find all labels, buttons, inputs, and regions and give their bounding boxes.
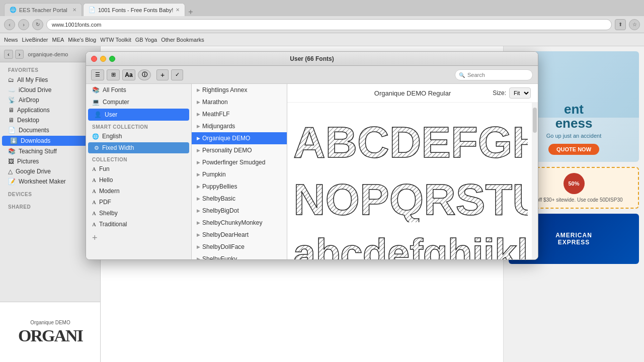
font-book-titlebar: User (66 Fonts)	[86, 52, 538, 66]
collection-item-shelby[interactable]: A Shelby	[86, 208, 191, 219]
browser-chrome: 🌐 EES Teacher Portal ✕ 📄 1001 Fonts - Fr…	[0, 0, 644, 46]
add-font-btn[interactable]: +	[156, 69, 169, 80]
font-book-window: User (66 Fonts) ☰ ⊞ Aa ⓘ + ✓ 🔍 📚 All Fon…	[86, 51, 538, 260]
browser-tab-2[interactable]: 📄 1001 Fonts - Free Fonts Baby! ✕	[83, 3, 185, 16]
font-item-midjungards[interactable]: ▶ Midjungards	[192, 120, 287, 132]
collection-pdf-icon: A	[92, 199, 96, 205]
arrow-puppybellies: ▶	[197, 184, 200, 189]
finder-back[interactable]: ‹	[4, 50, 13, 59]
bookmark-wtw-toolkit[interactable]: WTW Toolkit	[100, 37, 131, 43]
tab2-icon: 📄	[89, 7, 96, 13]
airdrop-icon: 📡	[8, 97, 16, 104]
tab1-close[interactable]: ✕	[72, 7, 76, 13]
scroll-thumb[interactable]	[533, 108, 537, 133]
pictures-icon: 🖼	[8, 158, 14, 165]
smart-item-fixed-width[interactable]: ⚙ Fixed Width	[88, 142, 189, 153]
bookmark-other[interactable]: Other Bookmarks	[161, 37, 204, 43]
collection-hello-icon: A	[92, 177, 96, 183]
computer-item[interactable]: 💻 Computer	[86, 96, 191, 108]
svg-text:NOPQRSTUVWXYZ: NOPQRSTUVWXYZ	[293, 174, 528, 222]
finder-preview-area: Organique DEMO ORGANI	[0, 302, 101, 362]
ad-subtext: Go up just an accident	[546, 133, 601, 139]
forward-button[interactable]: ›	[18, 19, 29, 30]
view-list-btn[interactable]: ☰	[91, 69, 104, 80]
add-collection-btn[interactable]: +	[86, 230, 191, 246]
font-item-shelbydollface[interactable]: ▶ ShelbyDollFace	[192, 241, 287, 253]
tab2-label: 1001 Fonts - Free Fonts Baby!	[98, 7, 173, 13]
bookmarks-bar: News LiveBinder MEA Mike's Blog WTW Tool…	[0, 33, 644, 46]
svg-text:ABCDEFGHIJKLM: ABCDEFGHIJKLM	[293, 117, 528, 165]
font-item-shelbychunky[interactable]: ▶ ShelbyChunkyMonkey	[192, 217, 287, 229]
finder-forward[interactable]: ›	[15, 50, 24, 59]
arrow-shelbydollface: ▶	[197, 244, 200, 249]
preview-scrollbar[interactable]	[532, 102, 538, 260]
font-preview-panel: Organique DEMO Regular Size: Fit 24 36 4…	[287, 84, 538, 260]
maximize-button[interactable]	[109, 56, 115, 62]
collection-item-traditional[interactable]: A Traditional	[86, 219, 191, 230]
arrow-marathon: ▶	[197, 100, 200, 105]
font-book-search-input[interactable]	[455, 69, 533, 80]
validate-font-btn[interactable]: ✓	[171, 69, 183, 80]
refresh-button[interactable]: ↻	[32, 19, 43, 30]
collection-item-pdf[interactable]: A PDF	[86, 197, 191, 208]
window-title: User (66 Fonts)	[290, 55, 334, 62]
fifty-badge: 50%	[564, 173, 585, 194]
font-item-shelbybasic[interactable]: ▶ ShelbyBasic	[192, 193, 287, 205]
close-button[interactable]	[91, 56, 97, 62]
preview-svg-row2: NOPQRSTUVWXYZ	[291, 167, 528, 222]
address-bar[interactable]: www.1001fonts.com	[46, 19, 612, 30]
tab1-label: EES Teacher Portal	[19, 7, 70, 13]
quote-now-button[interactable]: QUOTE NOW	[548, 144, 599, 155]
font-panel-btn[interactable]: Aa	[122, 69, 135, 80]
finder-preview-label: Organique DEMO	[30, 320, 70, 325]
collection-item-modern[interactable]: A Modern	[86, 186, 191, 197]
collection-traditional-icon: A	[92, 221, 96, 227]
browser-tab-1[interactable]: 🌐 EES Teacher Portal ✕	[4, 3, 82, 16]
info-btn[interactable]: ⓘ	[138, 69, 151, 80]
font-item-personality[interactable]: ▶ Personality DEMO	[192, 144, 287, 156]
new-tab-button[interactable]: +	[188, 8, 193, 16]
font-item-shelbydearheart[interactable]: ▶ ShelbyDearHeart	[192, 229, 287, 241]
user-item[interactable]: 👤 User	[88, 109, 189, 121]
sidebar-item-downloads[interactable]: ⬇️ Downloads	[2, 136, 98, 146]
arrow-shelbydearheart: ▶	[197, 232, 200, 237]
font-item-shelbybigdot[interactable]: ▶ ShelbyBigDot	[192, 205, 287, 217]
font-book-toolbar: ☰ ⊞ Aa ⓘ + ✓ 🔍	[86, 66, 538, 84]
font-item-marathon[interactable]: ▶ Marathon	[192, 96, 287, 108]
minimize-button[interactable]	[100, 56, 106, 62]
bookmark-mikes-blog[interactable]: Mike's Blog	[68, 37, 96, 43]
collection-item-hello[interactable]: A Hello	[86, 174, 191, 186]
collection-fun-icon: A	[92, 166, 96, 172]
font-item-rightlings[interactable]: ▶ Rightlings Annex	[192, 84, 287, 96]
bookmark-livebinder[interactable]: LiveBinder	[22, 37, 48, 43]
worksheet-maker-icon: 📝	[8, 178, 16, 185]
font-item-meathflf[interactable]: ▶ MeathFLF	[192, 108, 287, 120]
font-item-organique[interactable]: ▶ Organique DEMO	[192, 132, 287, 144]
back-button[interactable]: ‹	[4, 19, 15, 30]
size-select[interactable]: Fit 24 36 48 72	[509, 87, 531, 99]
font-item-shelbyfunky[interactable]: ▶ ShelbyFunky	[192, 253, 287, 260]
tab2-close[interactable]: ✕	[176, 7, 180, 13]
bookmark-news[interactable]: News	[4, 37, 18, 43]
english-icon: 🌐	[92, 133, 99, 140]
gear-icon: ⚙	[94, 145, 99, 151]
smart-item-english[interactable]: 🌐 English	[86, 131, 191, 142]
bookmark-mea[interactable]: MEA	[52, 37, 64, 43]
font-list-panel: ▶ Rightlings Annex ▶ Marathon ▶ MeathFLF…	[192, 84, 287, 260]
arrow-midjungards: ▶	[197, 124, 200, 129]
view-grid-btn[interactable]: ⊞	[107, 69, 120, 80]
preview-content-area: ABCDEFGHIJKLM NOPQRSTUVWXYZ	[287, 103, 538, 260]
font-item-powderfinger[interactable]: ▶ Powderfinger Smudged	[192, 156, 287, 168]
collection-header: Collection	[86, 154, 191, 163]
finder-folder-label: organique-demo	[28, 51, 68, 57]
share-button[interactable]: ⬆	[615, 19, 626, 30]
desktop-icon: 🖥	[8, 117, 14, 124]
font-item-puppybellies[interactable]: ▶ PuppyBellies	[192, 180, 287, 193]
arrow-shelbybasic: ▶	[197, 196, 200, 201]
all-fonts-item[interactable]: 📚 All Fonts	[86, 84, 191, 96]
bookmark-button[interactable]: ☆	[629, 19, 640, 30]
bookmark-gb-yoga[interactable]: GB Yoga	[135, 37, 157, 43]
collection-item-fun[interactable]: A Fun	[86, 163, 191, 174]
arrow-organique: ▶	[197, 136, 200, 141]
font-item-pumpkin[interactable]: ▶ Pumpkin	[192, 168, 287, 180]
